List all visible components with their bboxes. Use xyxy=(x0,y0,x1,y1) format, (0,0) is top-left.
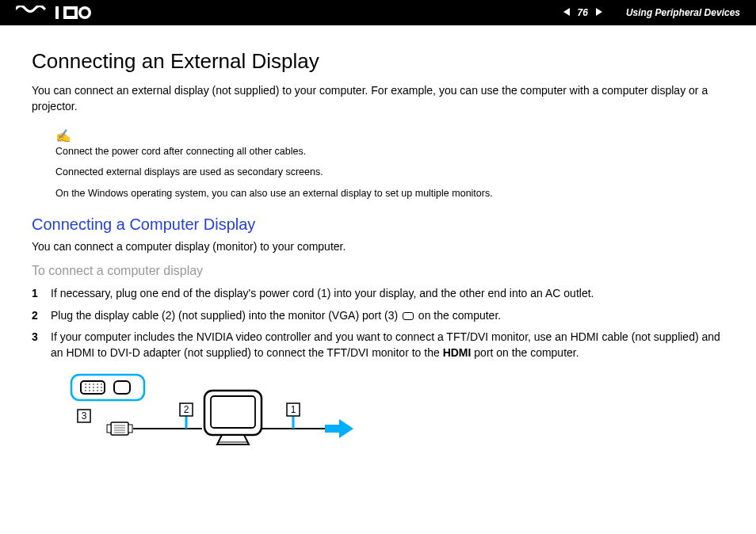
svg-rect-0 xyxy=(55,6,59,19)
monitor-icon xyxy=(204,391,262,444)
step-2: Plug the display cable (2) (not supplied… xyxy=(32,308,724,324)
intro-text: You can connect an external display (not… xyxy=(32,83,724,114)
step-1: If necessary, plug one end of the displa… xyxy=(32,286,724,302)
page-number: 76 xyxy=(578,7,588,18)
svg-point-18 xyxy=(97,391,98,392)
step-text: Plug the display cable (2) (not supplied… xyxy=(51,308,724,324)
note-line-1: Connect the power cord after connecting … xyxy=(55,145,724,158)
step-text: If your computer includes the NVIDIA vid… xyxy=(51,330,724,360)
svg-point-12 xyxy=(93,387,94,389)
section-label: Using Peripheral Devices xyxy=(626,7,740,18)
svg-rect-33 xyxy=(211,396,255,428)
connection-diagram: 3 2 xyxy=(63,368,724,459)
prev-page-arrow[interactable] xyxy=(562,7,571,19)
subsection-intro: You can connect a computer display (moni… xyxy=(32,240,724,253)
svg-rect-24 xyxy=(128,425,132,433)
step-text: If necessary, plug one end of the displa… xyxy=(51,286,724,302)
svg-point-6 xyxy=(89,384,90,386)
arrow-icon xyxy=(325,419,353,438)
subsection-title: Connecting a Computer Display xyxy=(32,216,724,234)
vga-port-icon xyxy=(403,312,414,320)
vaio-logo xyxy=(16,6,91,20)
svg-point-17 xyxy=(93,391,94,392)
svg-point-8 xyxy=(97,384,98,386)
svg-point-11 xyxy=(89,387,90,389)
svg-point-5 xyxy=(85,384,86,386)
svg-rect-22 xyxy=(111,422,128,435)
svg-point-14 xyxy=(101,387,102,389)
note-line-2: Connected external displays are used as … xyxy=(55,166,724,178)
svg-point-13 xyxy=(97,387,98,389)
page-title: Connecting an External Display xyxy=(32,49,724,74)
svg-rect-20 xyxy=(114,381,130,394)
diagram-label-3: 3 xyxy=(82,410,87,421)
diagram-label-2: 2 xyxy=(184,404,189,415)
steps-list: If necessary, plug one end of the displa… xyxy=(32,286,724,360)
svg-point-7 xyxy=(93,384,94,386)
diagram-label-1: 1 xyxy=(291,404,296,415)
note-block: ✍ Connect the power cord after connectin… xyxy=(55,128,724,200)
next-page-arrow[interactable] xyxy=(594,7,604,19)
svg-rect-3 xyxy=(71,375,144,400)
svg-point-19 xyxy=(101,391,102,392)
svg-rect-23 xyxy=(107,425,111,433)
svg-point-2 xyxy=(82,10,89,17)
svg-point-15 xyxy=(85,391,86,392)
procedure-title: To connect a computer display xyxy=(32,264,724,278)
note-icon: ✍ xyxy=(55,128,71,143)
note-line-3: On the Windows operating system, you can… xyxy=(55,187,724,200)
page-content: Connecting an External Display You can c… xyxy=(0,25,756,475)
svg-point-16 xyxy=(89,391,90,392)
step-3: If your computer includes the NVIDIA vid… xyxy=(32,330,724,360)
header-bar: 76 Using Peripheral Devices xyxy=(0,0,756,25)
svg-point-10 xyxy=(85,387,86,389)
svg-point-9 xyxy=(101,384,102,386)
svg-rect-38 xyxy=(325,425,339,433)
vga-plug-icon xyxy=(107,422,132,435)
